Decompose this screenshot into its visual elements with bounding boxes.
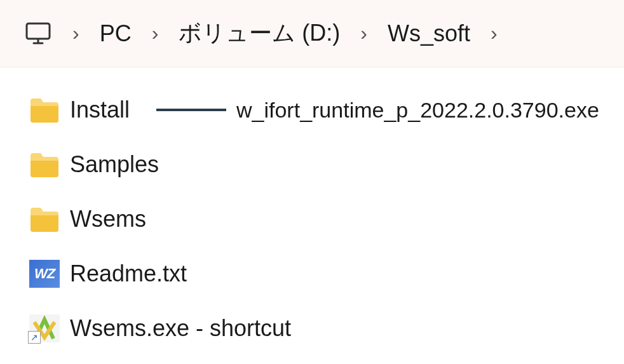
svg-rect-0 bbox=[27, 24, 50, 39]
file-name: Install bbox=[70, 97, 130, 123]
breadcrumb: › PC › ボリューム (D:) › Ws_soft › bbox=[0, 0, 624, 67]
breadcrumb-item-wssoft[interactable]: Ws_soft bbox=[388, 20, 470, 47]
list-item[interactable]: WZ Readme.txt bbox=[29, 246, 624, 301]
breadcrumb-item-volume[interactable]: ボリューム (D:) bbox=[179, 18, 340, 49]
chevron-right-icon[interactable]: › bbox=[152, 22, 159, 45]
annotation-connector bbox=[156, 109, 226, 111]
folder-icon bbox=[29, 97, 60, 123]
list-item[interactable]: ↗ Wsems.exe - shortcut bbox=[29, 301, 624, 356]
annotation-label: w_ifort_runtime_p_2022.2.0.3790.exe bbox=[236, 98, 599, 123]
chevron-right-icon[interactable]: › bbox=[491, 22, 498, 45]
wz-app-icon: WZ bbox=[29, 260, 60, 288]
list-item[interactable]: Install w_ifort_runtime_p_2022.2.0.3790.… bbox=[29, 83, 624, 137]
list-item[interactable]: Samples bbox=[29, 137, 624, 192]
file-name: Readme.txt bbox=[70, 260, 187, 287]
file-name: Wsems bbox=[70, 206, 146, 233]
list-item[interactable]: Wsems bbox=[29, 192, 624, 246]
pc-icon[interactable] bbox=[24, 21, 52, 46]
chevron-right-icon[interactable]: › bbox=[72, 22, 79, 45]
file-list: Install w_ifort_runtime_p_2022.2.0.3790.… bbox=[0, 67, 624, 356]
file-name: Samples bbox=[70, 151, 159, 178]
folder-icon bbox=[29, 152, 60, 177]
file-name: Wsems.exe - shortcut bbox=[70, 315, 291, 342]
breadcrumb-item-pc[interactable]: PC bbox=[100, 20, 132, 47]
shortcut-arrow-icon: ↗ bbox=[28, 331, 41, 344]
chevron-right-icon[interactable]: › bbox=[360, 22, 367, 45]
shortcut-icon: ↗ bbox=[29, 314, 60, 342]
folder-icon bbox=[29, 206, 60, 232]
